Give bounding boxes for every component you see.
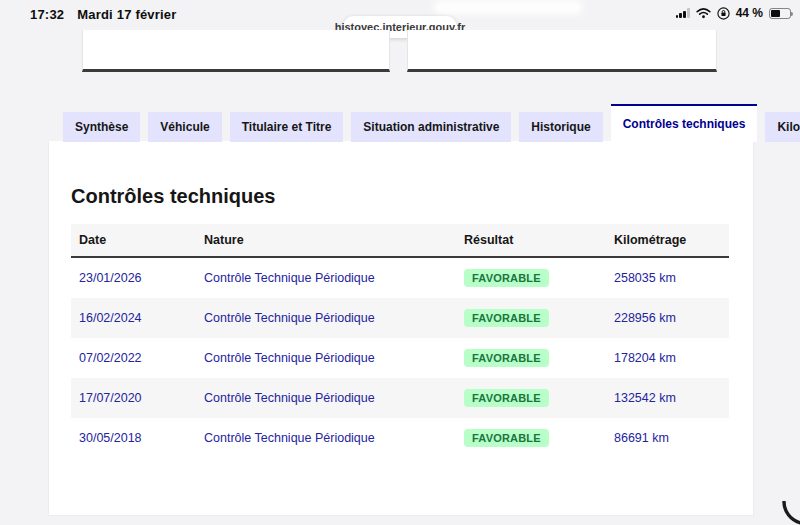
- clock-text: 17:32: [30, 7, 64, 22]
- cell-nature: Contrôle Technique Périodique: [196, 391, 456, 405]
- col-header-nature: Nature: [196, 233, 456, 247]
- table-row: 23/01/2026 Contrôle Technique Périodique…: [71, 258, 729, 298]
- cell-nature: Contrôle Technique Périodique: [196, 351, 456, 365]
- battery-percent-text: 44 %: [736, 6, 763, 20]
- table-row: 07/02/2022 Contrôle Technique Périodique…: [71, 338, 729, 378]
- status-badge: FAVORABLE: [464, 269, 549, 287]
- cell-nature: Contrôle Technique Périodique: [196, 271, 456, 285]
- cell-date: 30/05/2018: [71, 431, 196, 445]
- tab-kilometrage[interactable]: Kilométrage: [765, 112, 800, 142]
- battery-icon: [769, 8, 791, 19]
- redacted-text-overlay: [433, 0, 583, 15]
- partial-circle-arc: [770, 495, 800, 525]
- table-row: 16/02/2024 Contrôle Technique Périodique…: [71, 298, 729, 338]
- cell-date: 07/02/2022: [71, 351, 196, 365]
- col-header-date: Date: [71, 233, 196, 247]
- cell-date: 16/02/2024: [71, 311, 196, 325]
- date-text: Mardi 17 février: [77, 7, 176, 22]
- cell-resultat: FAVORABLE: [456, 309, 606, 327]
- tab-controles-techniques[interactable]: Contrôles techniques: [611, 104, 758, 142]
- cell-nature: Contrôle Technique Périodique: [196, 311, 456, 325]
- tab-historique[interactable]: Historique: [519, 112, 602, 142]
- cell-nature: Contrôle Technique Périodique: [196, 431, 456, 445]
- tab-bar: Synthèse Véhicule Titulaire et Titre Sit…: [63, 104, 800, 142]
- cell-resultat: FAVORABLE: [456, 349, 606, 367]
- controles-table: Date Nature Résultat Kilométrage 23/01/2…: [71, 224, 729, 458]
- table-row: 30/05/2018 Contrôle Technique Périodique…: [71, 418, 729, 458]
- tab-titulaire-et-titre[interactable]: Titulaire et Titre: [230, 112, 344, 142]
- status-badge: FAVORABLE: [464, 389, 549, 407]
- cell-kilometrage: 228956 km: [606, 311, 729, 325]
- summary-card-left: [82, 30, 390, 72]
- tab-situation-administrative[interactable]: Situation administrative: [351, 112, 511, 142]
- status-badge: FAVORABLE: [464, 349, 549, 367]
- cell-resultat: FAVORABLE: [456, 429, 606, 447]
- controles-techniques-panel: Contrôles techniques Date Nature Résulta…: [48, 141, 754, 516]
- cell-kilometrage: 258035 km: [606, 271, 729, 285]
- wifi-icon: [696, 7, 711, 19]
- orientation-lock-icon: [717, 7, 730, 20]
- cell-kilometrage: 132542 km: [606, 391, 729, 405]
- status-badge: FAVORABLE: [464, 429, 549, 447]
- table-row: 17/07/2020 Contrôle Technique Périodique…: [71, 378, 729, 418]
- status-badge: FAVORABLE: [464, 309, 549, 327]
- cell-resultat: FAVORABLE: [456, 389, 606, 407]
- status-left: 17:32 Mardi 17 février: [30, 7, 177, 22]
- status-right: 44 %: [676, 6, 791, 20]
- cell-date: 17/07/2020: [71, 391, 196, 405]
- cell-kilometrage: 86691 km: [606, 431, 729, 445]
- tab-vehicule[interactable]: Véhicule: [148, 112, 221, 142]
- cell-kilometrage: 178204 km: [606, 351, 729, 365]
- page-title: Contrôles techniques: [71, 185, 753, 208]
- cellular-signal-icon: [676, 8, 690, 18]
- table-header-row: Date Nature Résultat Kilométrage: [71, 224, 729, 258]
- tab-synthese[interactable]: Synthèse: [63, 112, 140, 142]
- cell-resultat: FAVORABLE: [456, 269, 606, 287]
- summary-card-right: [407, 30, 717, 72]
- col-header-resultat: Résultat: [456, 233, 606, 247]
- cell-date: 23/01/2026: [71, 271, 196, 285]
- col-header-kilometrage: Kilométrage: [606, 233, 729, 247]
